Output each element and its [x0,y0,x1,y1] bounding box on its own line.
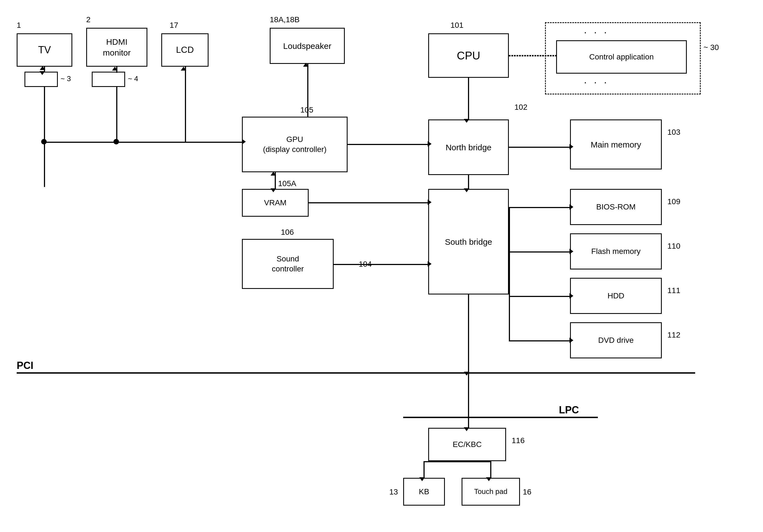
control-app-container [545,22,701,94]
gpu-to-northbridge-line [348,144,428,145]
vram-arrow-down [271,188,276,192]
pci-label: PCI [17,360,33,371]
lcd-ref: 17 [169,21,178,30]
sb-to-dvd-arrow [570,337,573,343]
sb-to-dvd-line [509,340,571,341]
cpu-to-stack-dashed [509,55,557,56]
gpu-to-nb-arrow [428,141,432,147]
sb-to-flash-arrow [570,249,573,254]
kb-touchpad-connector [423,461,491,462]
pci-to-lpc-line [468,374,469,417]
eckbc-to-kb-line [423,461,425,479]
nb-to-mm-line [509,147,571,148]
vram-to-sb-arrow [428,200,432,205]
flash-memory-box: Flash memory [570,233,662,269]
cpu-ref: 101 [451,21,464,30]
junction-to-hdmi-line [116,87,117,139]
tv-box: TV [17,33,72,67]
bios-rom-ref: 109 [667,197,680,206]
gpu-to-speaker-line [307,63,308,117]
cpu-to-nb-arrow [464,119,469,123]
diagram: TV 1 HDMI monitor 2 LCD 17 Loudspeaker 1… [0,0,763,532]
lpc-to-eckbc-arrow [464,427,469,431]
north-bridge-box: North bridge [428,120,509,175]
control-app-ref: ~ 30 [704,43,719,52]
nb-to-mm-arrow [570,144,573,149]
sound-to-sb-arrow [428,261,432,267]
gpu-ref: 105 [300,106,313,115]
touch-pad-box: Touch pad [462,478,520,506]
eckbc-to-kb-arrow [419,477,425,481]
main-memory-ref: 103 [667,128,680,137]
dvd-drive-ref: 112 [667,330,680,339]
kb-box: KB [403,478,445,506]
ec-kbc-box: EC/KBC [428,428,506,461]
lpc-to-eckbc-line [468,417,469,429]
cpu-to-nb-line [468,78,469,120]
gpu-box: GPU (display controller) [242,117,348,172]
lcd-box: LCD [161,33,209,67]
hdd-box: HDD [570,278,662,314]
lcd-down-line [185,67,186,142]
vram-ref: 105A [278,179,296,188]
flash-memory-ref: 110 [667,242,680,251]
bus-to-tv-line [44,87,45,142]
hdmi-monitor-box: HDMI monitor [86,28,147,67]
connector-4-box [92,72,125,87]
south-bridge-box: South bridge [428,189,509,295]
lcd-arrow-up [181,67,186,70]
ref-102: 102 [514,103,527,112]
sb-right-vert-line [509,207,510,341]
vram-box: VRAM [242,189,309,217]
lpc-bus-line [403,417,598,418]
sb-to-flash-line [509,251,571,252]
loudspeaker-ref: 18A,18B [270,15,299,24]
pci-bus-line [17,372,695,374]
eckbc-to-touchpad-arrow [486,477,491,481]
sb-to-bios-arrow [570,204,573,210]
sb-to-hdd-arrow [570,293,573,299]
junction-dot-left [41,139,47,144]
nb-to-sb-line [468,175,469,190]
vram-arrow-up [271,172,276,176]
left-to-gpu-arrow [242,139,246,144]
sb-to-bios-line [509,207,571,208]
touch-pad-ref: 16 [523,488,531,496]
lpc-label: LPC [559,404,579,416]
tv-ref: 1 [17,21,21,30]
speaker-arrow-up [303,63,309,67]
sound-controller-ref: 106 [281,228,294,237]
tv-arrow-down [40,71,45,75]
cpu-box: CPU [428,33,509,78]
vram-to-sb-line [309,202,429,203]
hdd-ref: 111 [667,286,680,295]
connector-4-label: ~ 4 [128,74,138,83]
connector-3-label: ~ 3 [60,74,71,83]
hdmi-arrow-up [112,67,118,70]
junction-dot-hdmi [113,139,119,144]
hdmi-monitor-ref: 2 [86,15,91,24]
dvd-drive-box: DVD drive [570,322,662,358]
kb-ref: 13 [389,488,398,496]
ec-kbc-ref: 116 [512,436,525,445]
sound-to-sb-line [334,264,429,265]
sound-controller-box: Sound controller [242,239,334,289]
bios-rom-box: BIOS-ROM [570,189,662,225]
eckbc-to-touchpad-line [490,461,491,479]
sb-to-pci-line [468,295,469,373]
main-memory-box: Main memory [570,120,662,169]
loudspeaker-box: Loudspeaker [270,28,345,64]
nb-to-sb-arrow [464,188,469,192]
sb-to-hdd-line [509,296,571,297]
tv-arrow-up [40,66,45,70]
